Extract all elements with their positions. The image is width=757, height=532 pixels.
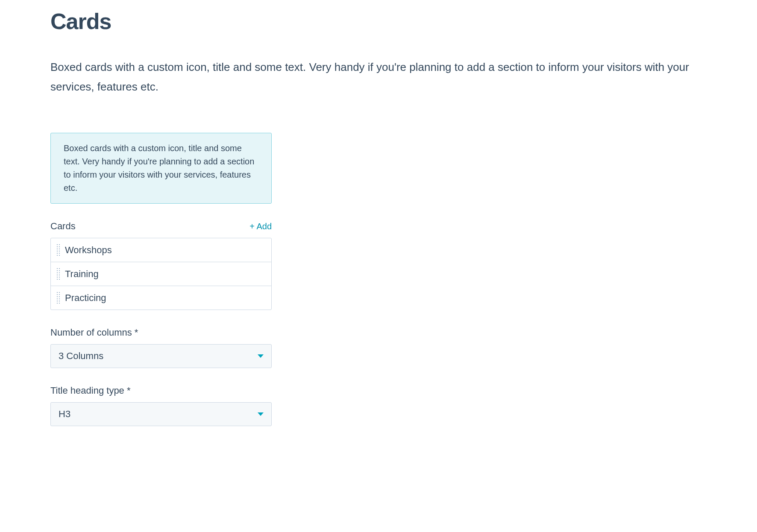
drag-handle-icon[interactable] <box>57 291 60 304</box>
info-box-text: Boxed cards with a custom icon, title an… <box>64 142 258 195</box>
drag-handle-icon[interactable] <box>57 243 60 257</box>
heading-select-value: H3 <box>59 409 70 420</box>
info-box: Boxed cards with a custom icon, title an… <box>50 133 272 204</box>
heading-field-label: Title heading type * <box>50 385 272 396</box>
card-item-label: Workshops <box>65 245 112 256</box>
caret-down-icon <box>258 412 264 416</box>
card-list: Workshops Training <box>50 238 272 310</box>
add-card-button[interactable]: + Add <box>249 222 272 231</box>
columns-field-label: Number of columns * <box>50 327 272 338</box>
card-item[interactable]: Practicing <box>51 286 271 310</box>
caret-down-icon <box>258 354 264 358</box>
columns-select-value: 3 Columns <box>59 351 103 362</box>
page-description: Boxed cards with a custom icon, title an… <box>50 58 707 96</box>
drag-handle-icon[interactable] <box>57 267 60 281</box>
card-item[interactable]: Workshops <box>51 238 271 262</box>
card-item[interactable]: Training <box>51 262 271 286</box>
heading-select[interactable]: H3 <box>50 402 272 426</box>
page-title: Cards <box>50 9 707 34</box>
card-item-label: Practicing <box>65 292 106 304</box>
columns-select[interactable]: 3 Columns <box>50 344 272 368</box>
card-item-label: Training <box>65 269 99 280</box>
cards-section-label: Cards <box>50 221 76 232</box>
